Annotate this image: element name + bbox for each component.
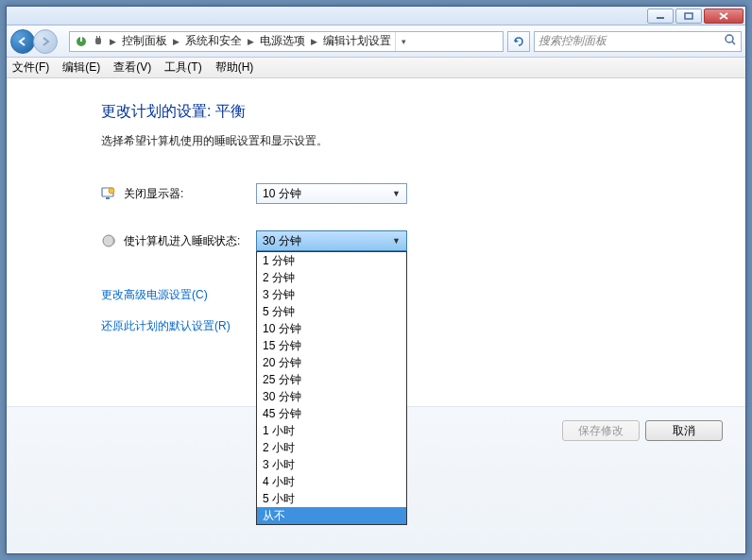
breadcrumb-sep: ▶ bbox=[246, 37, 256, 46]
breadcrumb-item[interactable]: 编辑计划设置 bbox=[319, 32, 395, 51]
svg-rect-6 bbox=[99, 36, 100, 39]
row-display-off: 关闭显示器: 10 分钟 ▼ bbox=[101, 183, 745, 204]
breadcrumb-item[interactable]: 控制面板 bbox=[118, 32, 171, 51]
sleep-option[interactable]: 1 分钟 bbox=[257, 252, 406, 269]
menu-file[interactable]: 文件(F) bbox=[12, 59, 49, 76]
plug-icon bbox=[91, 34, 106, 49]
titlebar bbox=[7, 7, 745, 25]
sleep-option[interactable]: 10 分钟 bbox=[257, 320, 406, 337]
sleep-option[interactable]: 20 分钟 bbox=[257, 354, 406, 371]
display-off-label: 关闭显示器: bbox=[124, 186, 256, 202]
menu-view[interactable]: 查看(V) bbox=[113, 59, 151, 76]
breadcrumb-sep: ▶ bbox=[171, 37, 181, 46]
display-off-value: 10 分钟 bbox=[263, 186, 301, 202]
svg-point-10 bbox=[109, 188, 114, 194]
search-input[interactable]: 搜索控制面板 bbox=[534, 31, 742, 52]
content-area: 更改计划的设置: 平衡 选择希望计算机使用的睡眠设置和显示设置。 关闭显示器: … bbox=[7, 79, 745, 553]
power-icon bbox=[74, 34, 89, 49]
refresh-button[interactable] bbox=[507, 31, 530, 52]
link-advanced-settings[interactable]: 更改高级电源设置(C) bbox=[101, 288, 208, 301]
maximize-button[interactable] bbox=[675, 8, 702, 24]
breadcrumb-item[interactable]: 电源选项 bbox=[256, 32, 309, 51]
breadcrumb-sep: ▶ bbox=[108, 37, 118, 46]
close-icon bbox=[719, 12, 728, 20]
save-button[interactable]: 保存修改 bbox=[562, 420, 640, 441]
row-sleep: 使计算机进入睡眠状态: 30 分钟 ▼ 1 分钟2 分钟3 分钟5 分钟10 分… bbox=[101, 230, 745, 251]
sleep-option[interactable]: 3 小时 bbox=[257, 456, 406, 473]
breadcrumb-sep: ▶ bbox=[309, 37, 319, 46]
menu-tools[interactable]: 工具(T) bbox=[164, 59, 201, 76]
minimize-button[interactable] bbox=[647, 8, 674, 24]
sleep-option[interactable]: 2 小时 bbox=[257, 439, 406, 456]
close-button[interactable] bbox=[704, 8, 743, 24]
window: ▶ 控制面板 ▶ 系统和安全 ▶ 电源选项 ▶ 编辑计划设置 ▾ 搜索控制面板 … bbox=[6, 6, 746, 554]
display-off-select[interactable]: 10 分钟 ▼ bbox=[256, 183, 407, 204]
address-bar[interactable]: ▶ 控制面板 ▶ 系统和安全 ▶ 电源选项 ▶ 编辑计划设置 ▾ bbox=[69, 31, 504, 52]
menu-help[interactable]: 帮助(H) bbox=[215, 59, 254, 76]
forward-button[interactable] bbox=[33, 29, 58, 54]
minimize-icon bbox=[656, 12, 665, 20]
sleep-option[interactable]: 1 小时 bbox=[257, 422, 406, 439]
refresh-icon bbox=[512, 35, 525, 48]
menu-bar: 文件(F) 编辑(E) 查看(V) 工具(T) 帮助(H) bbox=[7, 58, 745, 78]
sleep-option[interactable]: 3 分钟 bbox=[257, 286, 406, 303]
svg-point-7 bbox=[726, 35, 733, 42]
chevron-down-icon: ▼ bbox=[392, 236, 401, 246]
cancel-button[interactable]: 取消 bbox=[645, 420, 723, 441]
sleep-option[interactable]: 从不 bbox=[257, 507, 406, 524]
link-restore-defaults[interactable]: 还原此计划的默认设置(R) bbox=[101, 319, 231, 332]
sleep-dropdown[interactable]: 1 分钟2 分钟3 分钟5 分钟10 分钟15 分钟20 分钟25 分钟30 分… bbox=[256, 251, 407, 525]
page-subtitle: 选择希望计算机使用的睡眠设置和显示设置。 bbox=[101, 133, 745, 149]
menu-edit[interactable]: 编辑(E) bbox=[62, 59, 100, 76]
sleep-option[interactable]: 5 小时 bbox=[257, 490, 406, 507]
svg-rect-9 bbox=[106, 197, 110, 199]
svg-rect-4 bbox=[95, 38, 101, 44]
sleep-option[interactable]: 30 分钟 bbox=[257, 388, 406, 405]
maximize-icon bbox=[684, 12, 693, 20]
sleep-option[interactable]: 15 分钟 bbox=[257, 337, 406, 354]
sleep-option[interactable]: 2 分钟 bbox=[257, 269, 406, 286]
sleep-option[interactable]: 4 小时 bbox=[257, 473, 406, 490]
svg-rect-3 bbox=[80, 37, 82, 42]
sleep-value: 30 分钟 bbox=[263, 233, 301, 249]
nav-bar: ▶ 控制面板 ▶ 系统和安全 ▶ 电源选项 ▶ 编辑计划设置 ▾ 搜索控制面板 bbox=[7, 25, 745, 58]
chevron-down-icon: ▼ bbox=[392, 189, 401, 198]
monitor-icon bbox=[101, 186, 116, 201]
sleep-select[interactable]: 30 分钟 ▼ 1 分钟2 分钟3 分钟5 分钟10 分钟15 分钟20 分钟2… bbox=[256, 230, 407, 251]
nav-arrows bbox=[10, 28, 65, 55]
moon-icon bbox=[101, 233, 116, 248]
svg-rect-1 bbox=[685, 13, 692, 19]
breadcrumb-item[interactable]: 系统和安全 bbox=[181, 32, 246, 51]
sleep-option[interactable]: 45 分钟 bbox=[257, 405, 406, 422]
svg-rect-0 bbox=[657, 17, 664, 19]
search-icon bbox=[724, 33, 737, 49]
sleep-label: 使计算机进入睡眠状态: bbox=[124, 233, 256, 249]
page-title: 更改计划的设置: 平衡 bbox=[101, 102, 745, 122]
svg-rect-5 bbox=[96, 36, 97, 39]
arrow-right-icon bbox=[40, 36, 51, 47]
address-dropdown[interactable]: ▾ bbox=[395, 32, 412, 51]
back-button[interactable] bbox=[10, 29, 35, 54]
sleep-option[interactable]: 25 分钟 bbox=[257, 371, 406, 388]
arrow-left-icon bbox=[17, 36, 28, 47]
sleep-option[interactable]: 5 分钟 bbox=[257, 303, 406, 320]
search-placeholder: 搜索控制面板 bbox=[538, 33, 607, 49]
